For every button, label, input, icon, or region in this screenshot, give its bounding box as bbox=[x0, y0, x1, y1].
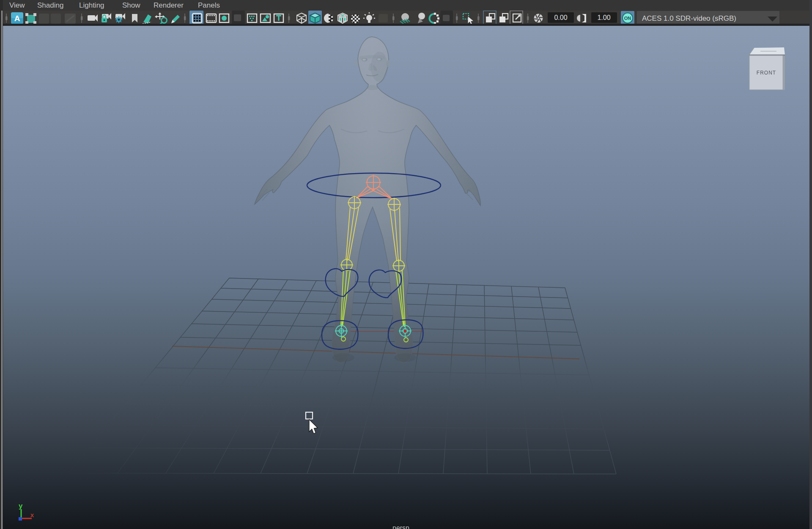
svg-text:0.00: 0.00 bbox=[554, 14, 567, 21]
svg-text:A: A bbox=[14, 14, 20, 23]
svg-text:ON: ON bbox=[624, 16, 631, 21]
svg-text:persp: persp bbox=[392, 524, 409, 529]
svg-text:y: y bbox=[19, 502, 23, 510]
svg-text:FRONT: FRONT bbox=[757, 70, 776, 76]
svg-text:1.00: 1.00 bbox=[597, 14, 610, 21]
svg-text:x: x bbox=[30, 511, 34, 518]
svg-text:ACES 1.0 SDR-video (sRGB): ACES 1.0 SDR-video (sRGB) bbox=[642, 14, 736, 22]
